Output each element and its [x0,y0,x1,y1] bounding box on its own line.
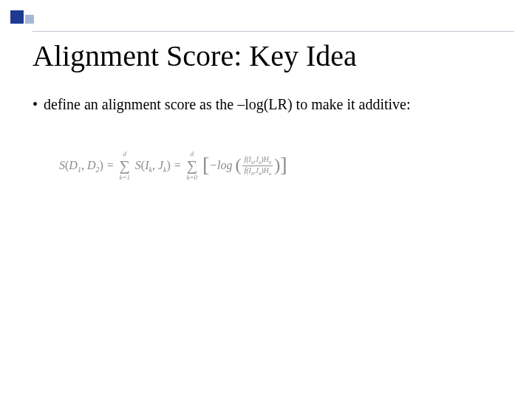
sum1-lower: k=1 [119,174,130,181]
sum1-upper: d [123,150,126,157]
term1-arg2: J [158,159,163,171]
likelihood-ratio-fraction: f(Ik,Jk)H0 f(Ik,Jk)Ha [242,155,273,177]
eq2: = [174,159,185,171]
corner-decoration [10,10,34,24]
decor-square-small [25,15,34,24]
eq1: = [106,159,117,171]
bullet-mark: • [33,95,38,115]
sum1: d ∑ k=1 [120,157,130,174]
sum2-lower: k=0 [186,174,197,181]
lhs-arg1: D [69,159,78,171]
bullet-text: define an alignment score as the –log(LR… [44,95,411,115]
sum2-upper: d [191,150,194,157]
header-rule [33,31,514,32]
sum2: d ∑ k=0 [187,157,197,174]
minus: − [209,159,217,171]
bullet-item: • define an alignment score as the –log(… [33,95,488,115]
lhs-arg2: D [87,159,96,171]
log: log [217,159,232,171]
lhs-func: S [59,159,65,171]
decor-square-large [10,10,24,24]
slide-title: Alignment Score: Key Idea [33,40,357,72]
formula: S(D1, D2) = d ∑ k=1 S(Ik, Jk) = d ∑ k=0 … [59,155,287,177]
term1-func: S [135,159,141,171]
